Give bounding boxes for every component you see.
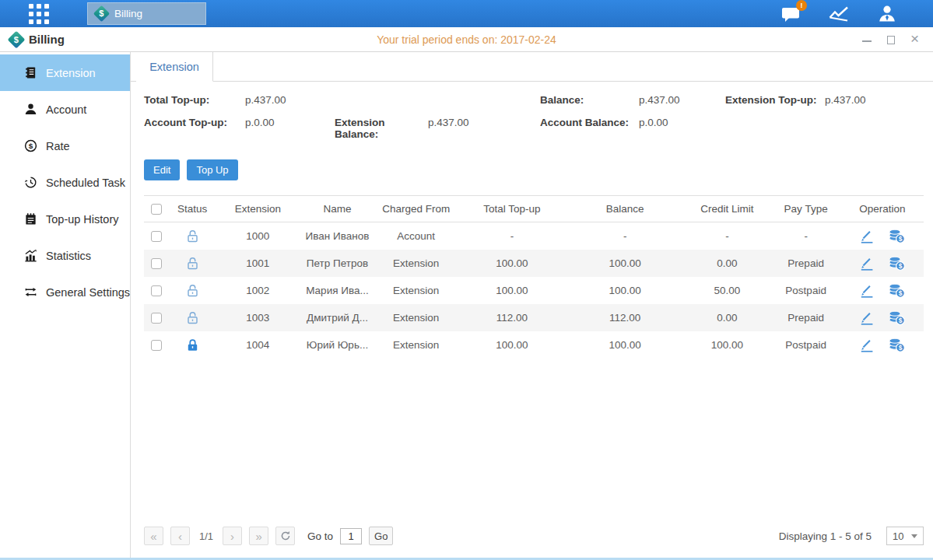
- name-cell: Дмитрий Д...: [300, 304, 374, 331]
- maximize-icon[interactable]: [886, 34, 896, 45]
- sidebar-item-extension[interactable]: Extension: [0, 54, 130, 91]
- account-topup-label: Account Top-up:: [144, 117, 245, 140]
- credit-limit-cell: 0.00: [683, 250, 770, 277]
- window-title: Billing: [29, 33, 65, 46]
- app-window: $ Billing ! Your trial period ends on: 2…: [0, 0, 933, 560]
- row-checkbox[interactable]: [151, 231, 162, 242]
- status-cell: [169, 331, 216, 359]
- col-header-name: Name: [300, 196, 374, 222]
- messages-icon[interactable]: !: [780, 5, 801, 23]
- topup-row-button[interactable]: $: [888, 337, 905, 352]
- minimize-icon[interactable]: [861, 34, 872, 45]
- page-size-select[interactable]: 10: [886, 527, 924, 545]
- next-page-button[interactable]: ›: [223, 527, 242, 545]
- account-topup-value: p.0.00: [245, 117, 335, 140]
- taskbar-tab-label: Billing: [114, 8, 142, 19]
- dollar-circle-icon: $: [24, 139, 37, 152]
- extension-balance-value: p.437.00: [428, 117, 540, 140]
- top-up-button[interactable]: Top Up: [187, 159, 237, 180]
- goto-label: Go to: [307, 530, 333, 542]
- go-button[interactable]: Go: [369, 527, 393, 545]
- balance-cell: 100.00: [566, 250, 683, 277]
- row-checkbox[interactable]: [151, 313, 162, 324]
- exchange-arrows-icon: [24, 285, 37, 299]
- chevron-down-icon: [911, 534, 917, 538]
- pay-type-cell: Prepaid: [771, 304, 841, 331]
- apps-grid-icon[interactable]: [29, 4, 49, 24]
- charged-from-cell: Account: [375, 222, 458, 250]
- operation-cell: $: [841, 331, 924, 359]
- account-balance-label: Account Balance:: [540, 117, 639, 140]
- sidebar-label: Account: [46, 103, 86, 116]
- select-all-cell: [144, 196, 169, 222]
- status-cell: [169, 304, 216, 331]
- topup-row-button[interactable]: $: [888, 282, 905, 298]
- coins-topup-icon: $: [888, 282, 905, 298]
- select-all-checkbox[interactable]: [151, 204, 162, 215]
- credit-limit-cell: -: [683, 222, 770, 250]
- extension-topup-label: Extension Top-up:: [725, 94, 825, 106]
- edit-icon: [859, 228, 875, 243]
- row-checkbox[interactable]: [151, 340, 162, 351]
- extension-balance-label: Extension Balance:: [335, 117, 428, 140]
- close-icon[interactable]: [910, 34, 921, 45]
- account-balance-value: p.0.00: [639, 117, 725, 140]
- col-header-total-top-up: Total Top-up: [458, 196, 566, 222]
- edit-row-button[interactable]: [859, 282, 875, 298]
- row-checkbox[interactable]: [151, 258, 162, 269]
- operation-cell: $: [841, 277, 924, 304]
- svg-text:$: $: [899, 235, 903, 243]
- extension-cell: 1000: [216, 222, 300, 250]
- status-lock-toggle[interactable]: [185, 310, 200, 325]
- edit-button[interactable]: Edit: [144, 159, 180, 180]
- tab-extension[interactable]: Extension: [136, 52, 213, 82]
- sidebar-item-general-settings[interactable]: General Settings: [0, 274, 130, 310]
- person-icon: [24, 103, 37, 116]
- edit-icon: [859, 337, 875, 352]
- taskbar-billing-tab[interactable]: $ Billing: [87, 2, 206, 25]
- sidebar-item-scheduled-task[interactable]: Scheduled Task: [0, 164, 130, 201]
- refresh-button[interactable]: [275, 527, 295, 545]
- last-page-button[interactable]: »: [249, 527, 268, 545]
- status-lock-toggle[interactable]: [185, 283, 200, 298]
- charged-from-cell: Extension: [375, 277, 458, 304]
- operation-cell: $: [841, 222, 924, 250]
- edit-row-button[interactable]: [859, 228, 875, 243]
- status-cell: [169, 250, 216, 277]
- row-checkbox[interactable]: [151, 285, 162, 296]
- coins-topup-icon: $: [888, 228, 905, 243]
- first-page-button[interactable]: «: [144, 527, 163, 545]
- edit-row-button[interactable]: [859, 337, 875, 352]
- extension-topup-value: p.437.00: [825, 94, 924, 106]
- status-lock-toggle[interactable]: [185, 256, 200, 271]
- pagination-bar: « ‹ 1/1 › » Go to Go Displaying 1 - 5 of…: [144, 522, 924, 558]
- balance-value: p.437.00: [639, 94, 725, 106]
- topup-row-button[interactable]: $: [888, 228, 905, 243]
- sidebar-label: Scheduled Task: [46, 177, 125, 189]
- reports-chart-icon[interactable]: [828, 5, 851, 23]
- user-account-icon[interactable]: [877, 4, 897, 24]
- col-header-extension: Extension: [216, 196, 300, 222]
- edit-row-button[interactable]: [859, 255, 875, 271]
- edit-row-button[interactable]: [859, 310, 875, 325]
- sidebar-item-topup-history[interactable]: Top-up History: [0, 201, 130, 237]
- unlocked-icon: [185, 310, 200, 325]
- coins-topup-icon: $: [888, 310, 905, 325]
- pay-type-cell: Postpaid: [771, 331, 841, 359]
- status-lock-toggle[interactable]: [185, 229, 200, 243]
- pay-type-cell: -: [771, 222, 841, 250]
- goto-page-input[interactable]: [340, 528, 362, 544]
- topup-row-button[interactable]: $: [888, 310, 905, 325]
- total-topup-cell: 100.00: [458, 250, 566, 277]
- status-lock-toggle[interactable]: [185, 338, 200, 352]
- sidebar-item-rate[interactable]: $ Rate: [0, 128, 130, 164]
- sidebar-item-statistics[interactable]: Statistics: [0, 237, 130, 274]
- balance-label: Balance:: [540, 94, 639, 106]
- sidebar-item-account[interactable]: Account: [0, 91, 130, 128]
- prev-page-button[interactable]: ‹: [170, 527, 190, 545]
- balance-cell: 100.00: [566, 331, 683, 359]
- topup-row-button[interactable]: $: [888, 255, 905, 271]
- col-header-credit-limit: Credit Limit: [683, 196, 770, 222]
- edit-icon: [859, 310, 875, 325]
- total-topup-label: Total Top-up:: [144, 94, 245, 106]
